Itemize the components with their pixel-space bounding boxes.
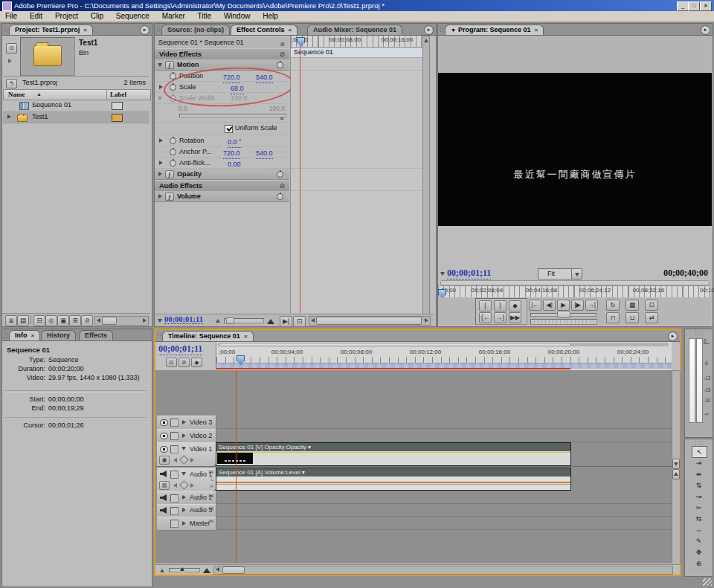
set-marker-button[interactable]: ◆ (509, 300, 521, 311)
column-label[interactable]: Label (110, 91, 126, 98)
track-lock-toggle[interactable] (170, 445, 178, 453)
tab-info[interactable]: Info× (9, 330, 40, 340)
rotation-stopwatch-icon[interactable] (170, 138, 176, 144)
play-button[interactable]: ▶ (557, 300, 570, 311)
track-lock-toggle[interactable] (170, 494, 178, 503)
menu-marker[interactable]: Marker (157, 11, 190, 22)
expand-rotation-icon[interactable] (159, 138, 163, 143)
scrollbar-thumb[interactable] (316, 317, 422, 325)
safe-margins-button[interactable]: ▦ (625, 300, 639, 311)
up-one-level-button[interactable]: ↰ (6, 79, 17, 88)
output-assignment-icon[interactable]: ⋈ (208, 518, 213, 524)
step-back-button[interactable]: ◀| (543, 300, 556, 311)
effect-enabled-icon[interactable]: ƒ (165, 170, 174, 178)
clear-button[interactable]: ⊘ (81, 315, 93, 326)
effect-motion-row[interactable]: ƒ Motion (155, 59, 289, 71)
output-assignment-icon[interactable]: ⋈ (208, 493, 213, 499)
collapse-track-icon[interactable] (181, 472, 186, 476)
set-display-style-button[interactable]: ▥ (159, 481, 170, 490)
panel-menu-icon[interactable]: ▸ (668, 332, 678, 341)
lift-button[interactable]: ⊓ (606, 312, 620, 323)
expand-effect-icon[interactable] (158, 172, 162, 176)
zoom-level-dropdown-icon[interactable] (571, 268, 582, 280)
expand-track-icon[interactable] (182, 433, 186, 438)
position-stopwatch-icon[interactable] (170, 73, 176, 80)
program-ruler[interactable]: 00;00 00;02;08;04 00;04;16;08 00;06;24;1… (438, 285, 711, 298)
zoom-in-icon[interactable] (203, 568, 210, 573)
scale-stopwatch-icon[interactable] (170, 84, 176, 91)
snap-toggle-button[interactable]: ⊡ (166, 358, 177, 367)
tool-razor[interactable]: ✂ (692, 503, 706, 513)
menu-help[interactable]: Help (257, 11, 283, 22)
scroll-video-down-button[interactable] (672, 459, 680, 469)
video-clip[interactable]: Sequence 01 [V] Opacity:Opacity ▾ (216, 442, 571, 466)
zoom-out-icon[interactable] (160, 569, 164, 572)
toggle-track-output-icon[interactable] (160, 507, 167, 514)
maximize-button[interactable]: □ (688, 1, 700, 11)
new-bin-button[interactable]: ▣ (57, 315, 69, 326)
effect-opacity-row[interactable]: ƒ Opacity (155, 169, 289, 180)
zoom-level-select[interactable]: Fit (538, 268, 572, 280)
go-to-end-button[interactable]: →| (585, 300, 598, 311)
expand-scale-icon[interactable] (159, 85, 163, 89)
add-keyframe-button[interactable] (179, 455, 189, 465)
label-swatch[interactable] (112, 102, 123, 110)
menu-sequence[interactable]: Sequence (111, 11, 155, 22)
label-swatch[interactable] (112, 114, 123, 122)
tab-program[interactable]: ▼Program: Sequence 01× (445, 25, 544, 35)
scale-slider-handle[interactable] (280, 116, 284, 120)
timeline-zoom-slider[interactable] (169, 568, 200, 572)
panel-grip[interactable] (4, 332, 8, 339)
expand-antiflicker-icon[interactable] (159, 161, 163, 165)
loop-button[interactable]: ⊡ (293, 316, 306, 327)
program-current-timecode[interactable]: 00;00;01;11 (447, 268, 491, 280)
menu-window[interactable]: Window (219, 11, 256, 22)
output-assignment-icon[interactable]: ⋈ (208, 505, 213, 511)
tool-rate-stretch[interactable]: ↝ (692, 491, 706, 502)
shuttle-handle[interactable] (557, 311, 570, 318)
timeline-ruler[interactable]: ;00;00 00;00;04;00 00;00;08;00 00;00;12;… (216, 342, 672, 371)
collapse-track-icon[interactable] (181, 447, 186, 450)
panel-grip[interactable] (695, 441, 704, 445)
horizontal-scrollbar[interactable] (309, 316, 431, 326)
toggle-track-output-icon[interactable] (160, 419, 168, 426)
export-frame-button[interactable]: ⇄ (645, 312, 658, 323)
scroll-up-icon[interactable] (424, 39, 428, 42)
antiflicker-stopwatch-icon[interactable] (170, 160, 176, 167)
collapse-scale-width-icon[interactable] (158, 97, 162, 100)
collapse-section-icon[interactable]: ⊘ (279, 49, 285, 59)
go-to-in-button[interactable]: {← (479, 312, 492, 323)
panel-menu-icon[interactable]: ▸ (424, 25, 434, 35)
close-tab-icon[interactable]: × (244, 333, 248, 340)
audio-clip-header[interactable]: Sequence 01 [A] Volume:Level ▾ (216, 468, 570, 476)
window-resize-grip[interactable] (703, 578, 712, 586)
minimize-button[interactable]: _ (677, 1, 689, 11)
go-to-prev-keyframe-icon[interactable] (173, 458, 177, 462)
viewing-area-track[interactable] (218, 343, 669, 346)
tool-zoom[interactable]: ⊕ (692, 558, 706, 569)
extract-button[interactable]: ⊔ (625, 312, 639, 323)
toggle-track-output-icon[interactable] (160, 446, 168, 453)
close-tab-icon[interactable]: × (83, 27, 87, 33)
viewing-area-bar[interactable] (440, 280, 710, 285)
zoom-out-icon[interactable] (216, 319, 220, 323)
go-to-next-keyframe-icon[interactable] (190, 458, 194, 462)
timecode-dropdown-icon[interactable] (158, 319, 162, 323)
set-out-point-button[interactable]: } (494, 300, 506, 311)
track-lock-toggle[interactable] (170, 507, 178, 515)
project-row-bin[interactable]: Test1 (3, 112, 149, 123)
opacity-keyframe-line[interactable] (216, 452, 570, 453)
play-in-to-out-button[interactable]: ▶▶ (509, 312, 521, 323)
effect-timeline-ruler[interactable]: ;00;00 00;00;08;00 00;00;16;00 (291, 36, 430, 48)
menu-clip[interactable]: Clip (86, 11, 109, 22)
sort-ascending-icon[interactable]: ▲ (36, 91, 42, 97)
jog-disk[interactable] (530, 319, 597, 325)
tab-effects[interactable]: Effects (79, 330, 113, 340)
new-item-button[interactable]: ⊞ (69, 315, 81, 326)
tab-audio-mixer[interactable]: Audio Mixer: Sequence 01 (307, 25, 402, 35)
tool-pen[interactable]: ✎ (692, 536, 706, 546)
play-preview-icon[interactable] (8, 59, 12, 63)
effect-enabled-icon[interactable]: ƒ (165, 193, 174, 201)
tool-slide[interactable]: ⇔ (692, 525, 706, 535)
toggle-track-output-icon[interactable] (160, 494, 167, 501)
